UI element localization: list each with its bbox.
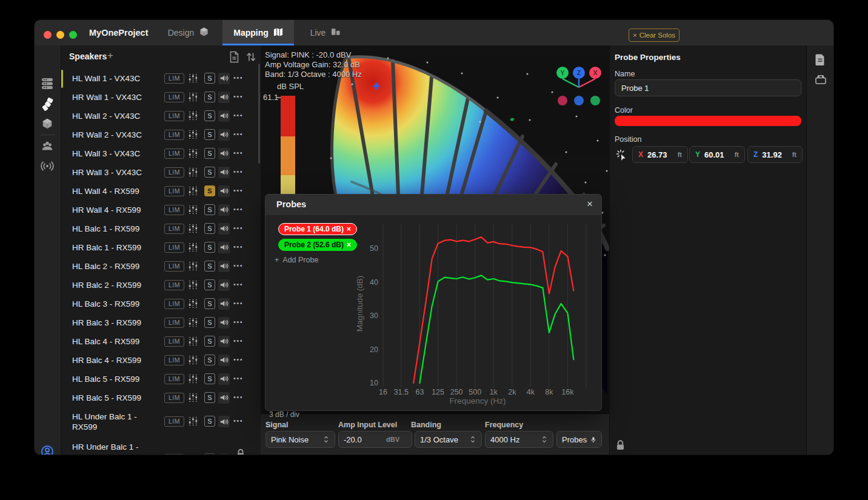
speaker-row[interactable]: HR Balc 1 - RX599 LIM S ••• — [61, 238, 261, 257]
tab-mapping[interactable]: Mapping — [222, 20, 294, 45]
solo-button[interactable]: S — [204, 73, 215, 84]
solo-button[interactable]: S — [204, 110, 215, 121]
speaker-volume-button[interactable] — [218, 317, 230, 328]
probe-color-swatch[interactable] — [615, 116, 801, 126]
eq-processing-icon[interactable] — [188, 416, 198, 428]
eq-processing-icon[interactable] — [188, 280, 198, 292]
row-menu-button[interactable]: ••• — [233, 262, 243, 269]
limiter-badge[interactable]: LIM — [164, 148, 184, 159]
speaker-volume-button[interactable] — [218, 167, 230, 178]
solo-button[interactable]: S — [204, 148, 215, 159]
speaker-row[interactable]: HL Balc 1 - RX599 LIM S ••• — [61, 219, 261, 238]
eq-processing-icon[interactable] — [188, 393, 198, 405]
limiter-badge[interactable]: LIM — [164, 374, 184, 384]
solo-button[interactable]: S — [204, 129, 215, 140]
speaker-volume-button[interactable] — [218, 298, 230, 310]
row-menu-button[interactable]: ••• — [233, 74, 243, 81]
position-y-field[interactable]: Y 60.01 ft — [689, 146, 745, 163]
solo-button[interactable]: S — [204, 223, 215, 234]
speaker-volume-button[interactable] — [218, 148, 230, 159]
eq-processing-icon[interactable] — [188, 148, 198, 161]
speaker-row[interactable]: HL Wall 3 - VX43C LIM S ••• — [61, 144, 261, 163]
eq-processing-icon[interactable] — [188, 261, 198, 273]
row-menu-button[interactable]: ••• — [233, 375, 243, 382]
zoom-window-button[interactable] — [69, 31, 77, 39]
row-menu-button[interactable]: ••• — [233, 393, 243, 401]
speaker-volume-button[interactable] — [218, 336, 230, 347]
sort-speakers-icon[interactable] — [245, 51, 256, 65]
speaker-report-icon[interactable] — [229, 51, 239, 65]
minimize-window-button[interactable] — [56, 31, 64, 39]
add-speaker-button[interactable]: + — [107, 50, 113, 62]
audience-icon[interactable] — [41, 140, 54, 153]
speaker-volume-button[interactable] — [218, 92, 230, 103]
limiter-badge[interactable]: LIM — [164, 186, 184, 196]
speakers-scrollbar[interactable] — [258, 64, 260, 164]
speaker-row[interactable]: HL Balc 4 - RX599 LIM S ••• — [61, 332, 261, 351]
object-cube-icon[interactable] — [41, 117, 54, 130]
limiter-badge[interactable]: LIM — [164, 355, 184, 365]
row-menu-button[interactable]: ••• — [233, 417, 243, 424]
solo-button[interactable]: S — [204, 204, 215, 215]
orientation-gizmo[interactable]: YZX — [553, 62, 604, 111]
row-menu-button[interactable]: ••• — [233, 93, 243, 100]
speaker-row[interactable]: HL Balc 5 - RX599 LIM S ••• — [61, 370, 261, 388]
solo-button[interactable]: S — [204, 167, 215, 178]
probe-chip[interactable]: Probe 2 (52.6 dB)× — [278, 239, 357, 251]
archive-drawer-icon[interactable] — [815, 73, 827, 88]
speaker-row[interactable]: HR Balc 4 - RX599 LIM S ••• — [61, 351, 261, 370]
probe-name-input[interactable] — [615, 79, 801, 96]
eq-processing-icon[interactable] — [188, 111, 198, 123]
eq-processing-icon[interactable] — [188, 336, 198, 348]
solo-button[interactable]: S — [204, 261, 215, 272]
solo-button[interactable]: S — [204, 355, 215, 365]
speaker-volume-button[interactable] — [218, 110, 230, 122]
pick-position-cursor-icon[interactable] — [616, 149, 628, 164]
eq-processing-icon[interactable] — [188, 374, 198, 386]
speaker-volume-button[interactable] — [218, 279, 230, 291]
speaker-volume-button[interactable] — [218, 242, 230, 253]
eq-processing-icon[interactable] — [188, 355, 198, 367]
limiter-badge[interactable]: LIM — [164, 280, 184, 290]
solo-button[interactable]: S — [204, 298, 215, 309]
probes-button[interactable]: Probes — [556, 431, 602, 448]
row-menu-button[interactable]: ••• — [233, 149, 243, 156]
eq-processing-icon[interactable] — [188, 186, 198, 198]
add-probe-button[interactable]: + Add Probe — [275, 256, 318, 264]
close-window-button[interactable] — [44, 31, 52, 39]
speaker-row[interactable]: HL Wall 1 - VX43C LIM S ••• — [61, 69, 261, 88]
solo-button[interactable]: S — [204, 336, 215, 347]
limiter-badge[interactable]: LIM — [164, 299, 184, 309]
probes-window[interactable]: Probes × 1631.5631252505001k2k4k8k16k102… — [265, 194, 602, 411]
solo-button[interactable]: S — [204, 185, 215, 196]
limiter-badge[interactable]: LIM — [164, 224, 184, 234]
speaker-row[interactable]: HL Balc 2 - RX599 LIM S ••• — [61, 257, 261, 276]
frequency-select[interactable]: 4000 Hz — [485, 431, 553, 448]
account-icon[interactable] — [41, 445, 54, 455]
speaker-row[interactable]: HL Wall 4 - RX599 LIM S ••• — [61, 182, 261, 201]
speaker-array-icon[interactable] — [41, 98, 54, 111]
eq-processing-icon[interactable] — [188, 167, 198, 179]
speaker-volume-button[interactable] — [218, 73, 230, 84]
solo-button[interactable]: S — [204, 242, 215, 253]
banding-select[interactable]: 1/3 Octave — [415, 431, 482, 448]
speaker-row[interactable]: HR Wall 2 - VX43C LIM S ••• — [61, 125, 261, 144]
limiter-badge[interactable]: LIM — [164, 130, 184, 140]
position-z-field[interactable]: Z 31.92 ft — [747, 146, 803, 163]
row-menu-button[interactable]: ••• — [233, 168, 243, 175]
eq-processing-icon[interactable] — [188, 73, 198, 85]
speaker-row[interactable]: HL Wall 2 - VX43C LIM S ••• — [61, 107, 261, 125]
eq-processing-icon[interactable] — [188, 318, 198, 330]
solo-button[interactable]: S — [204, 373, 215, 384]
row-menu-button[interactable]: ••• — [233, 337, 243, 344]
limiter-badge[interactable]: LIM — [164, 167, 184, 178]
eq-processing-icon[interactable] — [188, 299, 198, 311]
eq-processing-icon[interactable] — [188, 242, 198, 255]
solo-button[interactable]: S — [204, 92, 215, 102]
limiter-badge[interactable]: LIM — [164, 205, 184, 215]
row-menu-button[interactable]: ••• — [233, 224, 243, 232]
eq-processing-icon[interactable] — [188, 130, 198, 142]
speaker-row[interactable]: HR Under Balc 1 - LIM S ••• — [61, 436, 261, 455]
speaker-volume-button[interactable] — [218, 453, 230, 455]
speaker-volume-button[interactable] — [218, 204, 230, 216]
